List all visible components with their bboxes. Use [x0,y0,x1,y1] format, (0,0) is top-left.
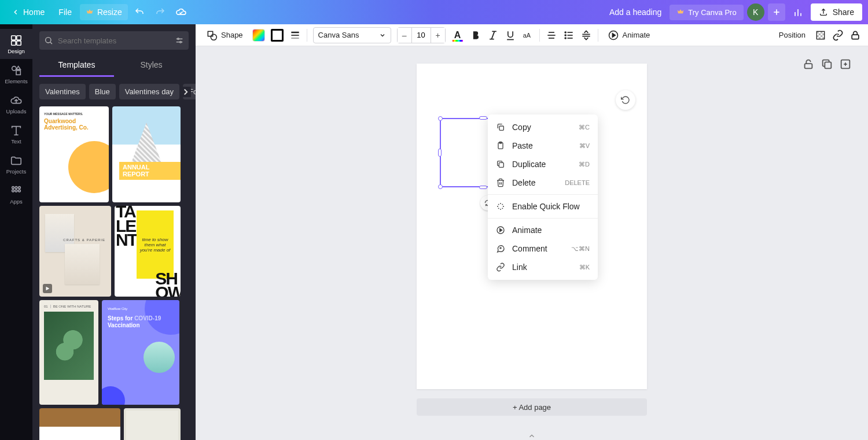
shape-icon [206,29,218,41]
resize-handle[interactable] [438,116,443,121]
border-color-button[interactable] [271,29,284,42]
rail-projects[interactable]: Projects [0,149,32,179]
context-quickflow[interactable]: Enable Quick Flow [488,197,598,216]
add-page-button[interactable]: + Add page [417,398,647,416]
resize-handle[interactable] [479,116,487,120]
italic-button[interactable] [487,29,499,41]
template-thumbnail[interactable]: CRAFTS & PAPERIE [39,206,111,297]
lock-button[interactable] [849,29,861,41]
font-select[interactable]: Canva Sans [313,27,391,43]
share-button[interactable]: Share [811,3,862,21]
animate-button[interactable]: Animate [604,27,654,43]
undo-icon [134,7,145,17]
template-thumbnail[interactable]: Vitalflow City Steps for COVID-19Vaccina… [102,300,179,405]
context-paste[interactable]: Paste ⌘V [488,136,598,155]
rail-text[interactable]: Text [0,119,32,149]
play-circle-icon [608,29,619,41]
try-pro-button[interactable]: Try Canva Pro [670,5,743,20]
align-button[interactable] [546,29,557,41]
side-panel: Templates Styles Valentines Blue Valenti… [32,24,196,440]
underline-button[interactable] [505,29,516,41]
list-button[interactable] [563,29,575,41]
tab-templates[interactable]: Templates [39,54,114,77]
rail-apps[interactable]: Apps [0,179,32,209]
context-delete[interactable]: Delete DELETE [488,173,598,192]
text-color-button[interactable]: A [451,30,464,40]
tag-chip[interactable]: Blue [89,84,116,99]
svg-line-22 [50,42,52,44]
spacing-button[interactable] [580,29,592,41]
sliders-icon[interactable] [175,36,184,45]
home-button[interactable]: Home [6,4,50,20]
file-menu-button[interactable]: File [53,4,78,20]
context-link[interactable]: Link ⌘K [488,258,598,276]
rail-uploads[interactable]: Uploads [0,89,32,119]
invite-button[interactable] [768,3,785,21]
svg-rect-54 [825,62,831,68]
context-copy[interactable]: Copy ⌘C [488,118,598,136]
paste-icon [496,141,505,150]
tag-chip[interactable]: Valentines [39,84,86,99]
duplicate-icon [496,160,505,169]
rail-elements[interactable]: Elements [0,59,32,89]
bold-button[interactable] [470,29,481,41]
elements-icon [10,64,23,77]
font-size-stepper[interactable]: – + [397,27,446,43]
left-rail: Design Elements Uploads Text Projects Ap… [0,24,32,440]
upload-icon [819,8,828,17]
chevron-down-icon [379,32,386,39]
svg-marker-50 [612,33,615,37]
chevron-right-icon[interactable] [181,87,191,97]
redo-button[interactable] [151,3,170,21]
font-size-decrease[interactable]: – [398,28,411,43]
font-size-increase[interactable]: + [431,28,445,43]
svg-rect-53 [805,64,812,68]
chevron-left-icon [12,8,20,16]
template-thumbnail[interactable]: ANNUAL REPORT [112,106,181,202]
link-toolbar-button[interactable] [832,29,844,41]
video-badge-icon [43,284,52,293]
position-button[interactable]: Position [775,28,809,42]
rail-design[interactable]: Design [0,29,32,59]
top-header: Home File Resize Add a heading Try Canva… [0,0,868,24]
case-button[interactable]: aA [522,29,534,41]
context-duplicate[interactable]: Duplicate ⌘D [488,155,598,173]
svg-marker-27 [46,287,50,291]
tab-styles[interactable]: Styles [114,54,189,77]
svg-point-45 [565,35,566,36]
lock-page-button[interactable] [802,58,815,71]
duplicate-page-button[interactable] [821,58,833,71]
template-thumbnail[interactable]: YOUR MESSAGE MATTERS. Quarkwood Advertis… [39,106,109,202]
search-input[interactable] [58,36,170,45]
text-icon [10,124,23,137]
undo-button[interactable] [130,3,149,21]
fill-color-button[interactable] [252,29,265,42]
resize-handle[interactable] [479,186,487,189]
transparency-button[interactable] [815,29,826,41]
template-thumbnail[interactable]: 01BE ONE WITH NATURE [39,300,98,405]
template-grid[interactable]: YOUR MESSAGE MATTERS. Quarkwood Advertis… [32,106,196,440]
insights-button[interactable] [789,3,807,21]
avatar[interactable]: K [747,3,764,21]
font-size-input[interactable] [411,28,431,43]
reset-rotate-button[interactable] [616,90,635,110]
page-tools [802,58,852,71]
resize-button[interactable]: Resize [80,4,128,20]
svg-rect-52 [852,35,859,39]
context-animate[interactable]: Animate [488,221,598,239]
template-thumbnail[interactable] [39,408,120,440]
context-comment[interactable]: Comment ⌥⌘N [488,239,598,258]
design-title-input[interactable]: Add a heading [605,5,666,19]
resize-handle[interactable] [438,184,443,189]
border-style-button[interactable] [289,29,301,41]
link-icon [496,262,505,272]
shape-button[interactable]: Shape [203,27,247,43]
add-page-icon-button[interactable] [839,58,852,71]
cloud-sync-button[interactable] [172,3,190,21]
resize-handle[interactable] [438,149,442,157]
tag-chip[interactable]: Valentines day [119,84,179,99]
template-thumbnail[interactable]: TA LE NT time to show them what you're m… [115,206,181,297]
template-thumbnail[interactable] [124,408,181,440]
scroll-up-indicator[interactable] [525,432,539,440]
search-box[interactable] [39,31,189,50]
